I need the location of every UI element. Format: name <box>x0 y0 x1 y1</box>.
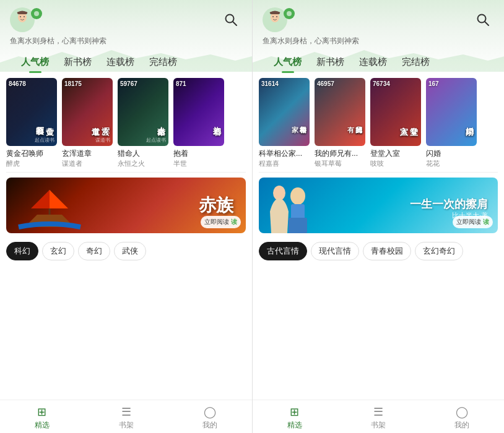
book-count-4: 871 <box>176 80 186 87</box>
cover-text-8: 小闪婚 <box>428 99 474 142</box>
book-author-4: 半世 <box>173 159 224 168</box>
svg-point-3 <box>24 16 25 17</box>
tab-ongoing-left[interactable]: 连载榜 <box>100 53 141 72</box>
header-left: 鱼离水则身枯，心离书则神索 人气榜 新书榜 连载榜 完结榜 <box>0 0 252 72</box>
book-author-2: 谋道者 <box>62 159 113 168</box>
genre-modern-romance[interactable]: 现代言情 <box>311 242 359 260</box>
genre-wuxia[interactable]: 武侠 <box>114 242 146 260</box>
nav-shelf-right[interactable]: ☰ 书架 <box>336 405 420 431</box>
tabs-left: 人气榜 新书榜 连载榜 完结榜 <box>10 53 242 72</box>
nav-mine-label-left: 我的 <box>202 420 217 431</box>
tab-popular-right[interactable]: 人气榜 <box>267 53 308 72</box>
banner-left[interactable]: 赤族 立即阅读 读 <box>6 178 246 233</box>
featured-icon-right: ⊞ <box>290 405 299 419</box>
nav-featured-left[interactable]: ⊞ 精选 <box>0 405 84 431</box>
genre-xuanhuan[interactable]: 玄幻 <box>42 242 74 260</box>
book-author-6: 银耳草莓 <box>315 159 365 168</box>
book-author-3: 永恒之火 <box>118 159 168 168</box>
book-item-1[interactable]: 84678 黄金召唤师 起点读书 黄金召唤师 醉虎 <box>6 78 57 168</box>
header-top-right <box>263 7 494 32</box>
book-count-5: 31614 <box>261 80 279 87</box>
cover-text-5: 科举相公家 <box>261 99 307 142</box>
nav-featured-right[interactable]: ⊞ 精选 <box>253 405 336 431</box>
cover-text-1: 黄金召唤师 <box>9 99 54 142</box>
book-item-8[interactable]: 167 小闪婚 闪婚 花花 <box>426 78 477 168</box>
tab-complete-left[interactable]: 完结榜 <box>143 53 183 72</box>
book-title-5: 科举相公家... <box>259 148 310 159</box>
svg-marker-11 <box>50 190 68 208</box>
nav-featured-label-left: 精选 <box>35 420 50 431</box>
nav-mine-right[interactable]: ◯ 我的 <box>420 405 504 431</box>
svg-point-14 <box>272 16 274 17</box>
avatar-badge-right <box>284 8 295 19</box>
genre-fantasy[interactable]: 奇幻 <box>78 242 110 260</box>
phone-right: 鱼离水则身枯，心离书则神索 人气榜 新书榜 连载榜 完结榜 31614 科举相公… <box>252 0 504 433</box>
banner-btn-right[interactable]: 立即阅读 读 <box>453 216 493 228</box>
svg-line-19 <box>485 22 489 25</box>
tab-complete-right[interactable]: 完结榜 <box>396 53 436 72</box>
book-cover-2: 18175 玄浑道章 谋道书 <box>62 78 113 146</box>
divider-left <box>6 172 246 173</box>
tab-ongoing-right[interactable]: 连载榜 <box>353 53 393 72</box>
book-count-6: 46957 <box>317 80 334 87</box>
header-top-left <box>10 7 242 32</box>
genre-tags-left: 科幻 玄幻 奇幻 武侠 <box>0 238 252 264</box>
book-item-3[interactable]: 59767 猎命人 起点读书 猎命人 永恒之火 <box>118 78 168 168</box>
banner-btn-left[interactable]: 立即阅读 读 <box>201 216 241 228</box>
tab-new-right[interactable]: 新书榜 <box>310 53 350 72</box>
nav-featured-label-right: 精选 <box>287 420 302 431</box>
search-button-right[interactable] <box>472 9 494 31</box>
book-list-right: 31614 科举相公家 科举相公家... 程嘉喜 46957 我的师兄有 我的师… <box>253 72 504 172</box>
book-cover-8: 167 小闪婚 <box>426 78 477 146</box>
tab-new-left[interactable]: 新书榜 <box>58 53 98 72</box>
book-title-6: 我的师兄有... <box>315 148 365 159</box>
book-title-8: 闪婚 <box>426 148 477 159</box>
genre-scifi[interactable]: 科幻 <box>6 242 38 260</box>
banner-right[interactable]: 一生一次的擦肩 比十半大·著 立即阅读 读 <box>259 178 498 233</box>
tabs-right: 人气榜 新书榜 连载榜 完结榜 <box>263 53 494 72</box>
book-count-8: 167 <box>428 80 439 87</box>
book-item-6[interactable]: 46957 我的师兄有 我的师兄有... 银耳草莓 <box>315 78 365 168</box>
book-cover-5: 31614 科举相公家 <box>259 78 310 146</box>
book-count-2: 18175 <box>64 80 82 87</box>
book-item-4[interactable]: 871 抱着 抱着 半世 <box>173 78 224 168</box>
header-right: 鱼离水则身枯，心离书则神索 人气榜 新书榜 连载榜 完结榜 <box>253 0 504 72</box>
svg-point-21 <box>290 187 305 205</box>
tagline-left: 鱼离水则身枯，心离书则神索 <box>10 36 242 46</box>
tab-popular-left[interactable]: 人气榜 <box>15 53 55 72</box>
book-item-7[interactable]: 76734 登堂入室 登堂入室 吱吱 <box>370 78 421 168</box>
svg-point-15 <box>276 16 277 17</box>
divider-right <box>259 172 498 173</box>
search-button-left[interactable] <box>220 9 242 31</box>
book-cover-4: 871 抱着 <box>173 78 224 146</box>
nav-shelf-label-left: 书架 <box>119 420 134 431</box>
book-author-7: 吱吱 <box>370 159 421 168</box>
book-cover-1: 84678 黄金召唤师 起点读书 <box>6 78 57 146</box>
nav-shelf-left[interactable]: ☰ 书架 <box>84 405 168 431</box>
cover-text-2: 玄浑道章 <box>64 99 110 142</box>
book-count-7: 76734 <box>373 80 390 87</box>
book-author-1: 醉虎 <box>6 159 57 168</box>
phone-left: 鱼离水则身枯，心离书则神索 人气榜 新书榜 连载榜 完结榜 84678 黄金召唤… <box>0 0 252 433</box>
genre-campus[interactable]: 青春校园 <box>363 242 411 260</box>
nav-mine-left[interactable]: ◯ 我的 <box>168 405 252 431</box>
book-item-2[interactable]: 18175 玄浑道章 谋道书 玄浑道章 谋道者 <box>62 78 113 168</box>
nav-shelf-label-right: 书架 <box>371 420 386 431</box>
book-count-1: 84678 <box>9 80 26 87</box>
bottom-nav-left: ⊞ 精选 ☰ 书架 ◯ 我的 <box>0 400 252 433</box>
genre-xuan-fantasy[interactable]: 玄幻奇幻 <box>415 242 463 260</box>
book-count-3: 59767 <box>120 80 137 87</box>
book-item-5[interactable]: 31614 科举相公家 科举相公家... 程嘉喜 <box>259 78 310 168</box>
book-author-5: 程嘉喜 <box>259 159 310 168</box>
svg-rect-23 <box>289 218 307 233</box>
book-cover-3: 59767 猎命人 起点读书 <box>118 78 168 146</box>
svg-point-5 <box>34 11 39 16</box>
avatar-wrap-left <box>10 7 42 32</box>
book-title-3: 猎命人 <box>118 148 168 159</box>
genre-ancient-romance[interactable]: 古代言情 <box>259 242 307 260</box>
svg-point-2 <box>20 16 21 17</box>
svg-point-17 <box>287 11 292 16</box>
book-title-7: 登堂入室 <box>370 148 421 159</box>
shelf-icon-left: ☰ <box>121 405 131 419</box>
shelf-icon-right: ☰ <box>373 405 383 419</box>
